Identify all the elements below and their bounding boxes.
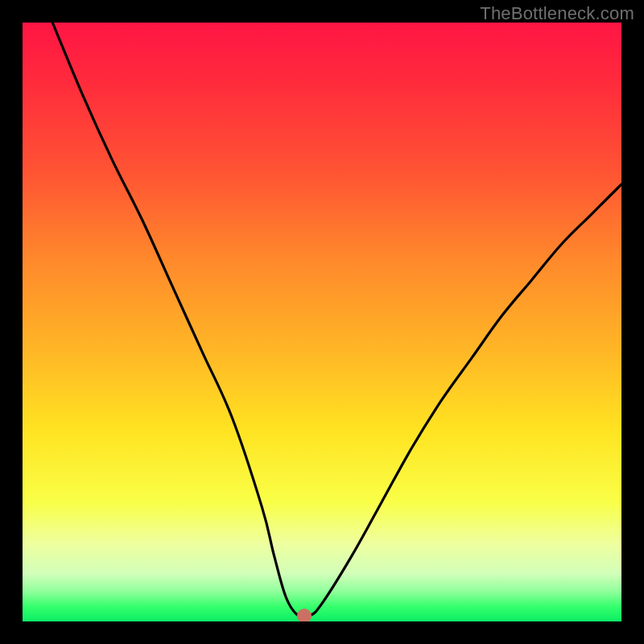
bottleneck-curve — [52, 23, 621, 617]
curve-svg — [23, 23, 621, 621]
watermark-text: TheBottleneck.com — [480, 3, 634, 24]
plot-area — [23, 23, 621, 621]
optimal-point-marker — [297, 609, 312, 621]
chart-frame: TheBottleneck.com — [0, 0, 644, 644]
